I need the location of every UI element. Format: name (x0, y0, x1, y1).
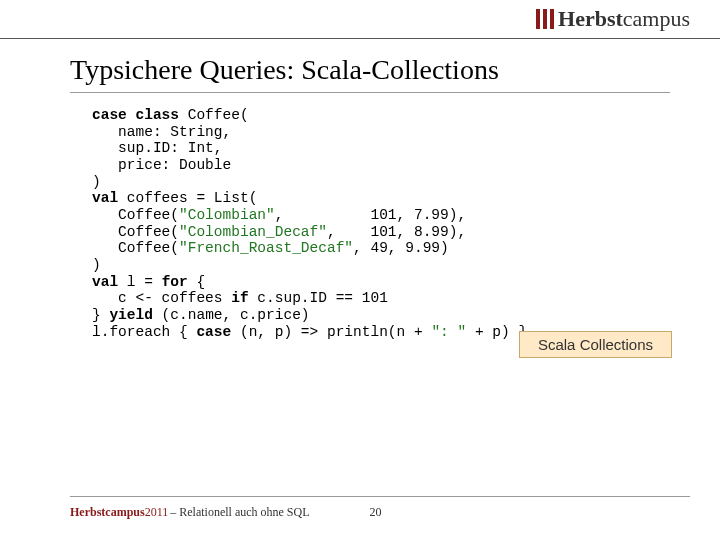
scala-collections-badge: Scala Collections (519, 331, 672, 358)
code-line: ) (92, 174, 670, 191)
footer: Herbstcampus 2011 – Relationell auch ohn… (70, 496, 690, 520)
code-line: price: Double (92, 157, 670, 174)
page-number: 20 (370, 505, 382, 520)
logo-text: Herbstcampus (558, 6, 690, 32)
logo-bold: Herbst (558, 6, 623, 31)
header: Herbstcampus (0, 0, 720, 39)
code-line: name: String, (92, 124, 670, 141)
footer-subtitle: – Relationell auch ohne SQL (170, 505, 309, 520)
logo-rest: campus (623, 6, 690, 31)
code-line: sup.ID: Int, (92, 140, 670, 157)
logo: Herbstcampus (536, 6, 690, 32)
slide-title: Typsichere Queries: Scala-Collections (0, 39, 720, 92)
code-line: ) (92, 257, 670, 274)
herbst-logo-icon (536, 9, 554, 29)
footer-year: 2011 (145, 505, 169, 520)
code-block: case class Coffee( name: String, sup.ID:… (0, 93, 720, 340)
footer-brand: Herbstcampus (70, 505, 145, 520)
